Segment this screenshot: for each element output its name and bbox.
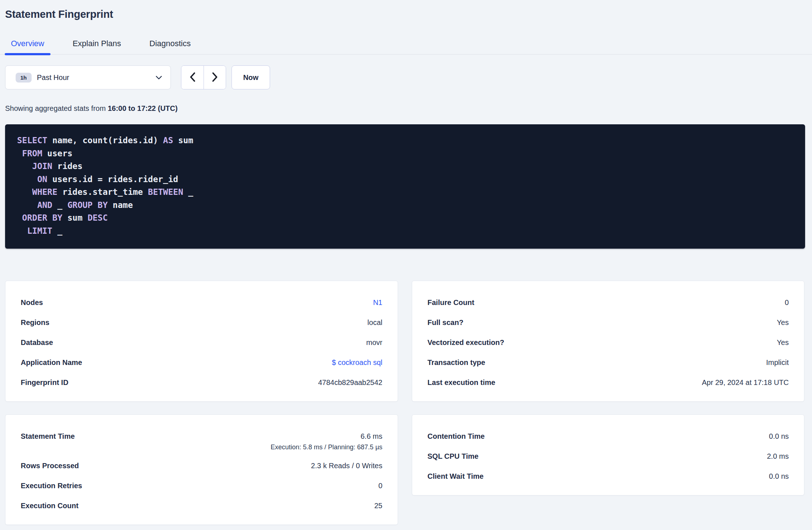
- nodes-label: Nodes: [21, 298, 43, 307]
- tab-bar: Overview Explain Plans Diagnostics: [0, 33, 812, 55]
- next-range-button[interactable]: [204, 66, 226, 89]
- tab-explain-plans-label: Explain Plans: [73, 39, 121, 48]
- vectorized-execution-label: Vectorized execution?: [427, 338, 504, 347]
- stat-row-statement-time: Statement Time 6.6 ms Execution: 5.8 ms …: [21, 426, 382, 456]
- stat-row-sql-cpu-time: SQL CPU Time 2.0 ms: [427, 446, 789, 466]
- rows-processed-value: 2.3 k Reads / 0 Writes: [311, 462, 382, 470]
- transaction-type-value: Implicit: [766, 358, 789, 367]
- stat-row-application-name: Application Name $ cockroach sql: [21, 353, 382, 373]
- regions-value: local: [367, 318, 382, 327]
- stat-row-last-execution-time: Last execution time Apr 29, 2024 at 17:1…: [427, 373, 789, 393]
- nodes-link[interactable]: N1: [373, 298, 382, 307]
- tab-explain-plans[interactable]: Explain Plans: [67, 33, 127, 54]
- stat-row-contention-time: Contention Time 0.0 ns: [427, 426, 789, 446]
- application-name-label: Application Name: [21, 358, 82, 367]
- stat-row-rows-processed: Rows Processed 2.3 k Reads / 0 Writes: [21, 456, 382, 476]
- vectorized-execution-value: Yes: [777, 338, 789, 347]
- chevron-down-icon: [156, 76, 162, 80]
- tab-overview[interactable]: Overview: [5, 33, 51, 54]
- aggregated-stats-prefix: Showing aggregated stats from: [5, 104, 108, 112]
- overview-card-left: Nodes N1 Regions local Database movr App…: [5, 281, 398, 402]
- stats-cards: Nodes N1 Regions local Database movr App…: [5, 281, 805, 525]
- rows-processed-label: Rows Processed: [21, 462, 79, 470]
- stat-row-transaction-type: Transaction type Implicit: [427, 353, 789, 373]
- failure-count-label: Failure Count: [427, 298, 474, 307]
- stat-row-full-scan: Full scan? Yes: [427, 313, 789, 333]
- overview-card-right: Failure Count 0 Full scan? Yes Vectorize…: [412, 281, 804, 402]
- sql-statement-text: SELECT name, count(rides.id) AS sum FROM…: [17, 134, 794, 237]
- stat-row-fingerprint-id: Fingerprint ID 4784cb829aab2542: [21, 373, 382, 393]
- stat-row-failure-count: Failure Count 0: [427, 293, 789, 313]
- sql-cpu-time-value: 2.0 ms: [767, 452, 789, 461]
- time-controls: 1h Past Hour Now: [5, 65, 805, 89]
- prev-range-button[interactable]: [181, 66, 204, 89]
- aggregated-stats-range: 16:00 to 17:22 (UTC): [108, 104, 177, 112]
- fingerprint-id-label: Fingerprint ID: [21, 378, 68, 387]
- statement-time-values: 6.6 ms Execution: 5.8 ms / Planning: 687…: [270, 426, 382, 451]
- stat-row-execution-count: Execution Count 25: [21, 496, 382, 516]
- chevron-left-icon: [190, 72, 196, 83]
- contention-time-value: 0.0 ns: [769, 432, 789, 441]
- execution-retries-value: 0: [378, 482, 382, 490]
- time-range-arrows: [181, 65, 226, 89]
- time-range-badge: 1h: [16, 73, 32, 83]
- time-range-picker[interactable]: 1h Past Hour: [5, 65, 171, 89]
- tab-diagnostics-label: Diagnostics: [149, 39, 191, 48]
- timing-card-right: Contention Time 0.0 ns SQL CPU Time 2.0 …: [412, 414, 804, 495]
- client-wait-time-label: Client Wait Time: [427, 472, 483, 481]
- now-button[interactable]: Now: [232, 65, 270, 89]
- database-value: movr: [366, 338, 382, 347]
- last-execution-time-value: Apr 29, 2024 at 17:18 UTC: [702, 378, 789, 387]
- statement-time-breakdown: Execution: 5.8 ms / Planning: 687.5 µs: [270, 443, 382, 451]
- statement-time-label: Statement Time: [21, 426, 75, 446]
- stat-row-nodes: Nodes N1: [21, 293, 382, 313]
- execution-count-value: 25: [374, 502, 382, 510]
- stat-row-client-wait-time: Client Wait Time 0.0 ns: [427, 466, 789, 486]
- stat-row-database: Database movr: [21, 333, 382, 353]
- full-scan-value: Yes: [777, 318, 789, 327]
- tab-diagnostics[interactable]: Diagnostics: [143, 33, 197, 54]
- aggregated-stats-text: Showing aggregated stats from 16:00 to 1…: [5, 105, 805, 112]
- fingerprint-id-value: 4784cb829aab2542: [318, 378, 382, 387]
- regions-label: Regions: [21, 318, 49, 327]
- execution-count-label: Execution Count: [21, 502, 79, 510]
- stat-row-regions: Regions local: [21, 313, 382, 333]
- database-label: Database: [21, 338, 53, 347]
- tab-overview-label: Overview: [11, 39, 44, 48]
- statement-fingerprint-page: Statement Fingerprint Overview Explain P…: [0, 0, 812, 525]
- time-range-label: Past Hour: [37, 73, 69, 82]
- stat-row-execution-retries: Execution Retries 0: [21, 476, 382, 496]
- chevron-right-icon: [212, 72, 218, 83]
- transaction-type-label: Transaction type: [427, 358, 485, 367]
- sql-statement-box: SELECT name, count(rides.id) AS sum FROM…: [5, 124, 805, 249]
- sql-cpu-time-label: SQL CPU Time: [427, 452, 478, 461]
- client-wait-time-value: 0.0 ns: [769, 472, 789, 481]
- page-title: Statement Fingerprint: [5, 0, 805, 20]
- application-name-link[interactable]: $ cockroach sql: [332, 358, 382, 367]
- timing-card-left: Statement Time 6.6 ms Execution: 5.8 ms …: [5, 414, 398, 525]
- full-scan-label: Full scan?: [427, 318, 463, 327]
- last-execution-time-label: Last execution time: [427, 378, 495, 387]
- execution-retries-label: Execution Retries: [21, 482, 82, 490]
- contention-time-label: Contention Time: [427, 432, 485, 441]
- failure-count-value: 0: [785, 298, 789, 307]
- stat-row-vectorized-execution: Vectorized execution? Yes: [427, 333, 789, 353]
